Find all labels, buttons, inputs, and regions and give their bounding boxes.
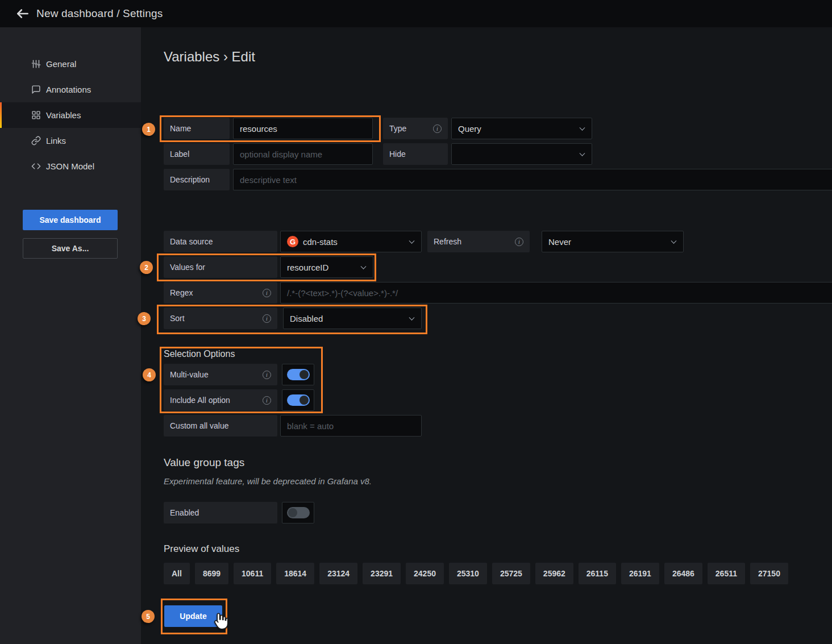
sidebar-item-label: Variables [46,110,81,120]
sidebar-item-json-model[interactable]: JSON Model [0,153,141,179]
include-all-toggle[interactable] [282,389,314,411]
data-source-select[interactable]: G cdn-stats [280,231,422,252]
section-heading-preview: Preview of values [164,543,239,555]
chevron-down-icon [409,315,415,321]
annotation-badge-4: 4 [143,368,156,381]
preview-value-chip: 23291 [363,563,401,584]
chevron-down-icon [409,238,415,244]
page-title: Variables › Edit [164,49,255,65]
preview-value-chip: 26115 [579,563,616,584]
preview-value-chip: All [164,563,190,584]
refresh-label: Refresh i [427,231,530,252]
sidebar-item-variables[interactable]: Variables [0,102,141,128]
section-heading-value-group-tags: Value group tags [164,456,244,469]
info-icon[interactable]: i [263,396,271,405]
annotation-badge-3: 3 [138,312,151,325]
grafana-datasource-icon: G [287,236,298,247]
chevron-down-icon [361,264,367,269]
hide-select[interactable] [451,143,592,165]
link-icon [31,136,41,146]
custom-all-value-label: Custom all value [164,415,277,437]
description-input[interactable] [233,169,832,190]
refresh-select[interactable]: Never [542,231,684,252]
preview-value-chip: 10611 [234,563,271,584]
name-input[interactable] [233,118,373,139]
back-arrow-icon[interactable] [9,0,36,27]
sidebar-item-links[interactable]: Links [0,128,141,153]
annotation-badge-5: 5 [142,610,155,623]
toggle-off-pill [287,507,310,518]
type-select[interactable]: Query [451,118,592,139]
info-icon[interactable]: i [263,289,271,297]
sidebar-item-general[interactable]: General [0,51,141,77]
save-as-button[interactable]: Save As... [23,238,118,259]
enabled-toggle[interactable] [282,502,314,523]
preview-value-chip: 23124 [319,563,357,584]
preview-value-chip: 8699 [195,563,228,584]
info-icon[interactable]: i [263,371,271,379]
chevron-down-icon [580,151,585,156]
regex-input[interactable] [280,282,832,304]
multi-value-toggle[interactable] [282,364,314,385]
variables-edit-panel: Variables › Edit General Name Type i Que… [141,27,832,644]
annotation-badge-2: 2 [140,261,153,274]
sidebar-item-label: Annotations [46,85,91,94]
toggle-on-pill [287,369,310,380]
name-field-label: Name [164,118,230,139]
regex-label: Regex i [164,282,277,304]
page-breadcrumb-title: New dashboard / Settings [36,7,163,20]
preview-value-chip: 18614 [276,563,314,584]
data-source-label: Data source [164,231,277,252]
info-icon[interactable]: i [263,314,271,323]
sidebar-item-label: Links [46,136,66,146]
sidebar-item-label: General [46,59,76,69]
type-field-label: Type i [383,118,448,139]
values-for-select[interactable]: resourceID [280,256,373,278]
preview-value-chip: 26486 [664,563,702,584]
preview-value-chip: 26511 [708,563,745,584]
preview-value-chip: 24250 [406,563,444,584]
settings-sidebar: General Annotations Variables Links JSON… [0,27,141,644]
chevron-down-icon [580,125,585,131]
preview-values-list: All 8699 10611 18614 23124 23291 24250 2… [164,563,788,584]
info-icon[interactable]: i [433,124,442,133]
sliders-icon [31,59,41,69]
mouse-cursor-hand-icon [210,612,230,634]
annotation-icon [31,85,41,94]
preview-value-chip: 27150 [750,563,788,584]
label-field-label: Label [164,143,230,165]
description-field-label: Description [164,169,230,190]
hide-field-label: Hide [383,143,448,165]
chevron-down-icon [671,238,677,244]
preview-value-chip: 26191 [621,563,659,584]
multi-value-label: Multi-value i [164,364,277,385]
variables-grid-icon [31,110,41,120]
enabled-label: Enabled [164,502,277,523]
code-icon [31,161,41,171]
section-heading-selection-options: Selection Options [164,349,235,359]
sidebar-item-annotations[interactable]: Annotations [0,77,141,102]
values-for-label: Values for [164,256,277,278]
preview-value-chip: 25962 [535,563,573,584]
sort-label: Sort i [164,308,277,329]
preview-value-chip: 25310 [449,563,487,584]
preview-value-chip: 25725 [492,563,530,584]
save-dashboard-button[interactable]: Save dashboard [23,210,118,230]
include-all-label: Include All option i [164,389,277,411]
toggle-on-pill [287,394,310,406]
label-input[interactable] [233,143,373,165]
annotation-badge-1: 1 [142,123,155,136]
top-bar: New dashboard / Settings [0,0,832,27]
custom-all-value-input[interactable] [280,415,422,437]
sidebar-item-label: JSON Model [46,161,94,171]
sort-select[interactable]: Disabled [283,308,422,329]
value-group-note: Experimental feature, will be deprecated… [164,476,372,486]
info-icon[interactable]: i [515,238,523,246]
